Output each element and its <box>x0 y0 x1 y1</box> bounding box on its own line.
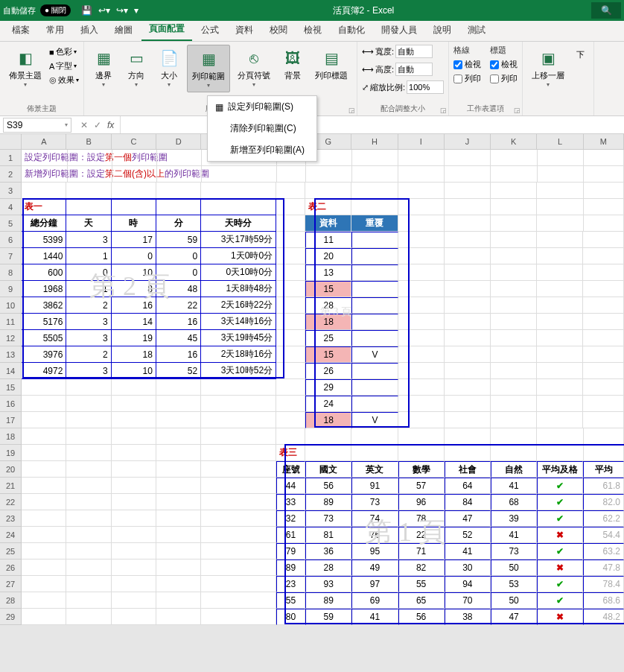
row-header[interactable]: 25 <box>0 543 22 560</box>
menu-clear-print-area[interactable]: 清除列印範圍(C) <box>208 118 316 139</box>
cell[interactable] <box>112 150 157 166</box>
size-button[interactable]: 📄大小▾ <box>154 45 184 91</box>
cell[interactable]: 10 <box>112 264 156 281</box>
formula-input[interactable] <box>120 116 624 133</box>
cell[interactable] <box>398 330 445 346</box>
cell[interactable] <box>156 461 201 478</box>
cell[interactable]: 自然 <box>491 461 537 478</box>
cell[interactable] <box>352 166 398 183</box>
cell[interactable]: 22 <box>156 297 201 314</box>
cell[interactable]: 1天8時48分 <box>201 281 276 297</box>
cell[interactable]: 89 <box>276 560 305 576</box>
cell[interactable] <box>584 428 624 445</box>
cell[interactable] <box>352 150 398 166</box>
cell[interactable]: 59 <box>305 609 351 625</box>
cell[interactable] <box>351 281 398 297</box>
cell[interactable] <box>491 199 537 215</box>
cell[interactable]: 70 <box>445 592 491 609</box>
cell[interactable] <box>398 183 445 199</box>
cell[interactable] <box>583 232 623 248</box>
row-header[interactable]: 27 <box>0 576 22 592</box>
cell[interactable]: 時 <box>112 215 156 232</box>
tab-7[interactable]: 校閱 <box>262 19 295 41</box>
cell[interactable]: 2天16時22分 <box>201 297 276 314</box>
cell[interactable]: 78.4 <box>583 576 624 592</box>
cell[interactable]: 3天17時59分 <box>201 232 276 248</box>
cell[interactable] <box>445 166 491 183</box>
row-header[interactable]: 4 <box>0 199 22 215</box>
cell[interactable]: 29 <box>305 379 351 396</box>
cell[interactable] <box>398 314 445 330</box>
cell[interactable]: 0 <box>156 248 201 264</box>
cell[interactable]: 45 <box>156 330 201 346</box>
cell[interactable] <box>66 461 111 478</box>
cell[interactable]: 76 <box>351 527 398 543</box>
cell[interactable]: 82 <box>398 560 445 576</box>
cell[interactable] <box>351 445 398 461</box>
cell[interactable]: 3 <box>66 232 111 248</box>
cell[interactable]: 重覆 <box>351 215 398 232</box>
cell[interactable] <box>445 363 491 379</box>
cell[interactable] <box>351 428 398 445</box>
effects-button[interactable]: ◎效果▾ <box>49 75 79 86</box>
cell[interactable] <box>157 150 202 166</box>
cell[interactable]: 68 <box>491 494 537 510</box>
cell[interactable]: 5176 <box>22 314 66 330</box>
cell[interactable] <box>276 297 305 314</box>
cell[interactable]: 47.8 <box>583 560 624 576</box>
cell[interactable] <box>22 396 66 412</box>
cell[interactable]: ✖ <box>537 609 583 625</box>
cell[interactable] <box>201 445 276 461</box>
cell[interactable] <box>66 199 111 215</box>
search-button[interactable]: 🔍 <box>591 2 621 19</box>
cell[interactable] <box>398 346 445 363</box>
cell[interactable]: 53 <box>491 576 537 592</box>
cell[interactable] <box>276 281 305 297</box>
row-header[interactable]: 14 <box>0 363 22 379</box>
cell[interactable] <box>201 543 276 560</box>
cell[interactable] <box>201 478 276 494</box>
cell[interactable]: 15 <box>305 281 351 297</box>
tab-12[interactable]: 測試 <box>460 19 493 41</box>
cell[interactable] <box>583 281 623 297</box>
cell[interactable]: 47 <box>491 609 537 625</box>
cell[interactable] <box>22 412 66 428</box>
cell[interactable]: 93 <box>305 576 351 592</box>
worksheet[interactable]: ABCDEFGHIJKLM 1設定列印範圍：設定第一個列印範圍2新增列印範圍：設… <box>0 134 624 625</box>
cell[interactable] <box>201 560 276 576</box>
cell[interactable] <box>156 560 201 576</box>
cell[interactable]: 18 <box>112 346 156 363</box>
cell[interactable]: 15 <box>305 346 351 363</box>
cell[interactable] <box>201 199 276 215</box>
cell[interactable] <box>66 609 111 625</box>
cell[interactable] <box>276 248 305 264</box>
cell[interactable]: ✖ <box>537 527 583 543</box>
cell[interactable]: 11 <box>305 232 351 248</box>
cell[interactable]: 55 <box>398 576 445 592</box>
cell[interactable] <box>112 527 156 543</box>
redo-icon[interactable]: ↪▾ <box>116 5 128 16</box>
cell[interactable] <box>537 379 583 396</box>
cell[interactable] <box>276 183 305 199</box>
cell[interactable]: 73 <box>351 494 398 510</box>
autosave-toggle[interactable]: ● 關閉 <box>40 4 71 16</box>
cell[interactable] <box>112 166 157 183</box>
cell[interactable] <box>201 609 276 625</box>
cell[interactable] <box>112 478 156 494</box>
cell[interactable] <box>491 412 537 428</box>
cell[interactable]: 50 <box>491 592 537 609</box>
tab-3[interactable]: 繪圖 <box>107 19 140 41</box>
cell[interactable]: 座號 <box>276 461 305 478</box>
cell[interactable] <box>491 314 537 330</box>
cell[interactable]: 2 <box>66 297 111 314</box>
cell[interactable] <box>537 248 583 264</box>
cell[interactable]: 20 <box>305 248 351 264</box>
cell[interactable] <box>491 183 537 199</box>
cell[interactable] <box>445 281 491 297</box>
cell[interactable]: 52 <box>445 527 491 543</box>
cell[interactable]: 55 <box>276 592 305 609</box>
cell[interactable] <box>398 199 445 215</box>
col-header[interactable]: K <box>491 134 537 149</box>
cell[interactable] <box>22 560 66 576</box>
cell[interactable] <box>398 412 445 428</box>
